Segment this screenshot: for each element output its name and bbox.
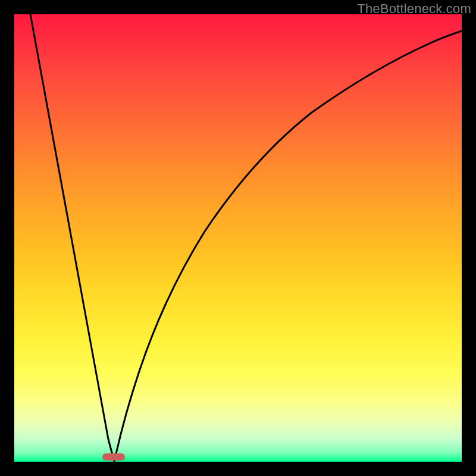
optimal-marker — [102, 453, 125, 461]
bottleneck-curve — [30, 14, 462, 462]
curve-svg — [14, 14, 462, 462]
plot-area — [14, 14, 462, 462]
